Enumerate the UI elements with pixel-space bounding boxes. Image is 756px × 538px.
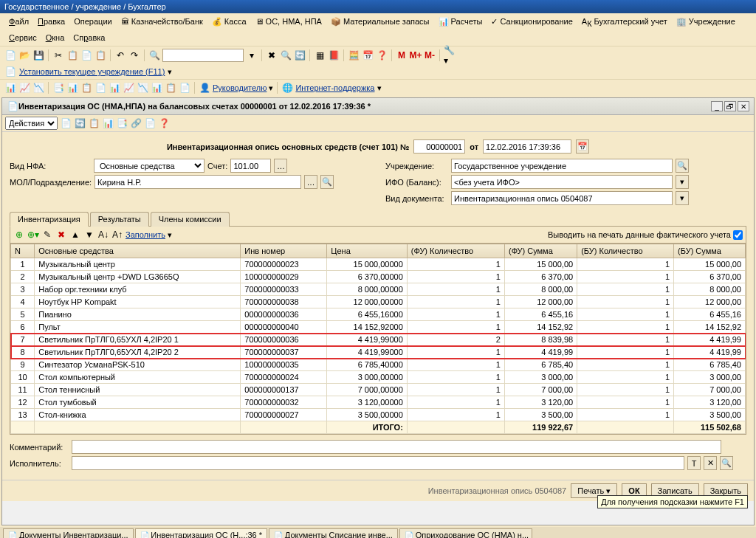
- tab-inventory[interactable]: Инвентаризация: [10, 212, 89, 227]
- i10[interactable]: 📉: [137, 82, 148, 94]
- acct-pick-btn[interactable]: …: [274, 159, 287, 173]
- wtab-2[interactable]: 📄 Документы Списание инве...: [269, 528, 398, 538]
- i11[interactable]: 📊: [151, 82, 162, 94]
- grid-icon[interactable]: ▦: [314, 49, 326, 61]
- table-row[interactable]: 2Музыкальный центр +DWD LG3665Q100000000…: [11, 271, 746, 283]
- exec-t-btn[interactable]: T: [687, 456, 701, 470]
- tab-commission[interactable]: Члены комиссии: [151, 212, 230, 227]
- ifo-input[interactable]: [451, 175, 673, 189]
- col-header[interactable]: (БУ) Сумма: [674, 244, 746, 258]
- support-link[interactable]: Интернет-поддержка: [295, 83, 374, 92]
- executor-input[interactable]: [72, 456, 684, 470]
- col-header[interactable]: Цена: [327, 244, 408, 258]
- mminus-btn[interactable]: M-: [424, 49, 436, 61]
- doc-number-input[interactable]: [413, 139, 465, 154]
- col-header[interactable]: N: [11, 244, 35, 258]
- table-row[interactable]: 7Светильник ПрТЛГ0,65УХЛ 4,2IP20 1700000…: [11, 334, 746, 346]
- menu-bank[interactable]: 🏛 Казначейство/Банк: [118, 15, 206, 30]
- wtab-3[interactable]: 📄 Оприходование ОС (НМА) н...: [399, 528, 532, 538]
- x-icon[interactable]: ✖: [266, 49, 278, 61]
- table-row[interactable]: 13Стол-книжка7000000000273 500,0000013 5…: [11, 409, 746, 421]
- m-btn[interactable]: M: [396, 49, 408, 61]
- open-icon[interactable]: 📂: [18, 49, 30, 61]
- exec-x-btn[interactable]: ✕: [704, 456, 717, 470]
- del-row-icon[interactable]: ✖: [55, 229, 67, 241]
- menu-windows[interactable]: Окна: [43, 32, 68, 44]
- menu-help[interactable]: Справка: [70, 32, 108, 44]
- q-icon[interactable]: ❓: [376, 49, 388, 61]
- vdoc-dd-btn[interactable]: ▾: [676, 191, 689, 205]
- col-header[interactable]: (ФУ) Количество: [407, 244, 504, 258]
- clipboard-icon[interactable]: 📋: [94, 49, 106, 61]
- a5[interactable]: 📑: [116, 117, 128, 129]
- menu-service[interactable]: Сервис: [6, 32, 40, 44]
- set-institution-link[interactable]: Установить текущее учреждение (F11): [19, 67, 165, 76]
- book-icon[interactable]: 📕: [328, 49, 340, 61]
- menu-os[interactable]: 🖥 ОС, НМА, НПА: [252, 15, 325, 30]
- i7[interactable]: 📄: [94, 82, 106, 94]
- copy-icon[interactable]: 📋: [66, 49, 78, 61]
- menu-cash[interactable]: 💰 Касса: [209, 15, 250, 30]
- menu-file[interactable]: Файл: [6, 15, 32, 30]
- menu-edit[interactable]: Правка: [35, 15, 68, 30]
- i6[interactable]: 📋: [80, 82, 92, 94]
- sort-desc-icon[interactable]: A↑: [111, 229, 123, 241]
- mol-open-btn[interactable]: 🔍: [320, 175, 334, 189]
- col-header[interactable]: Инв номер: [241, 244, 327, 258]
- cut-icon[interactable]: ✂: [52, 49, 64, 61]
- doc-date-input[interactable]: [483, 139, 571, 154]
- a1[interactable]: 📄: [60, 117, 72, 129]
- nfa-select[interactable]: Основные средства: [94, 159, 205, 173]
- manager-link[interactable]: Руководителю: [213, 83, 267, 92]
- print-opt-checkbox[interactable]: [733, 230, 743, 240]
- globe-icon[interactable]: 🌐: [281, 82, 293, 94]
- wtab-1[interactable]: 📄 Инвентаризация ОС (Н...:36 *: [135, 528, 268, 538]
- grid[interactable]: NОсновные средстваИнв номерЦена(ФУ) Коли…: [10, 243, 746, 435]
- inst-input[interactable]: [451, 159, 673, 173]
- search-input[interactable]: [162, 49, 244, 62]
- a7[interactable]: 📄: [144, 117, 156, 129]
- menu-calc[interactable]: 📊 Расчеты: [436, 15, 486, 30]
- down-icon[interactable]: ▼: [83, 229, 95, 241]
- fill-link[interactable]: Заполнить: [126, 230, 165, 239]
- ifo-dd-btn[interactable]: ▾: [676, 175, 689, 189]
- wrench-icon[interactable]: 🔧▾: [444, 49, 456, 61]
- refresh-icon[interactable]: 🔄: [294, 49, 306, 61]
- zoom-icon[interactable]: 🔍: [280, 49, 292, 61]
- table-row[interactable]: 11Стол теннисный0000000001377 000,000001…: [11, 384, 746, 396]
- comment-input[interactable]: [72, 440, 721, 454]
- redo-icon[interactable]: ↷: [128, 49, 140, 61]
- i8[interactable]: 📊: [109, 82, 120, 94]
- i12[interactable]: 📋: [165, 82, 176, 94]
- i9[interactable]: 📈: [123, 82, 134, 94]
- col-header[interactable]: (ФУ) Сумма: [504, 244, 577, 258]
- col-header[interactable]: (БУ) Количество: [577, 244, 674, 258]
- table-row[interactable]: 6Пульт00000000004014 152,92000114 152,92…: [11, 321, 746, 334]
- up-icon[interactable]: ▲: [69, 229, 81, 241]
- i3[interactable]: 📉: [32, 82, 44, 94]
- save-icon[interactable]: 💾: [32, 49, 44, 61]
- table-row[interactable]: 5Пианино0000000000366 455,1600016 455,16…: [11, 308, 746, 321]
- a6[interactable]: 🔗: [130, 117, 142, 129]
- help-icon[interactable]: ❓: [158, 117, 170, 129]
- menu-materials[interactable]: 📦 Материальные запасы: [328, 15, 433, 30]
- i1[interactable]: 📊: [4, 82, 16, 94]
- vdoc-input[interactable]: [451, 191, 673, 205]
- sort-asc-icon[interactable]: A↓: [97, 229, 109, 241]
- actions-dropdown[interactable]: Действия: [5, 117, 58, 130]
- dd-icon[interactable]: ▾: [246, 49, 258, 61]
- table-row[interactable]: 12Стол тумбовый7000000000323 120,0000013…: [11, 396, 746, 409]
- close-button[interactable]: ✕: [738, 101, 749, 111]
- a4[interactable]: 📊: [102, 117, 114, 129]
- acct-input[interactable]: [230, 159, 271, 173]
- i2[interactable]: 📈: [18, 82, 30, 94]
- menu-sanct[interactable]: ✓ Санкционирование: [488, 15, 575, 30]
- cal-icon[interactable]: 📅: [362, 49, 374, 61]
- mplus-btn[interactable]: M+: [410, 49, 422, 61]
- calendar-btn[interactable]: 📅: [576, 139, 589, 154]
- i5[interactable]: 📊: [66, 82, 78, 94]
- a2[interactable]: 🔄: [74, 117, 86, 129]
- tab-results[interactable]: Результаты: [90, 212, 149, 227]
- undo-icon[interactable]: ↶: [114, 49, 126, 61]
- dd2-icon[interactable]: ▾: [168, 67, 172, 77]
